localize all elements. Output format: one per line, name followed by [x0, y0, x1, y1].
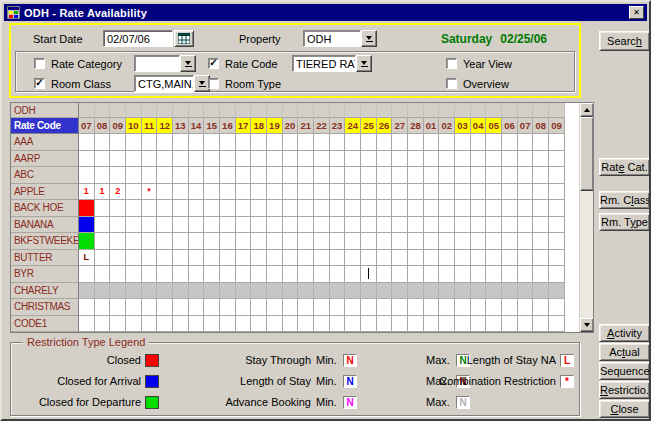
rate-code-row-label[interactable]: AARP — [11, 151, 79, 168]
dropdown-arrow-icon[interactable] — [361, 30, 377, 47]
grid-cell[interactable] — [157, 200, 173, 217]
grid-cell[interactable] — [95, 283, 111, 300]
grid-cell[interactable] — [314, 217, 330, 234]
grid-cell[interactable] — [142, 217, 158, 234]
grid-cell[interactable] — [486, 200, 502, 217]
grid-cell[interactable] — [142, 299, 158, 316]
grid-cell[interactable] — [236, 134, 252, 151]
grid-cell[interactable] — [486, 299, 502, 316]
grid-cell[interactable] — [267, 184, 283, 201]
grid-cell[interactable] — [471, 217, 487, 234]
grid-cell[interactable] — [549, 167, 565, 184]
grid-cell[interactable] — [220, 200, 236, 217]
grid-cell[interactable]: * — [142, 184, 158, 201]
grid-cell[interactable] — [204, 316, 220, 333]
grid-cell[interactable] — [361, 200, 377, 217]
grid-cell[interactable] — [157, 134, 173, 151]
grid-cell[interactable] — [251, 266, 267, 283]
grid-cell[interactable] — [126, 283, 142, 300]
grid-cell[interactable] — [377, 316, 393, 333]
grid-cell[interactable] — [267, 167, 283, 184]
grid-cell[interactable] — [283, 299, 299, 316]
vertical-scrollbar[interactable] — [579, 103, 593, 332]
rm-type-button[interactable]: Rm. Type — [599, 213, 650, 231]
grid-cell[interactable] — [361, 283, 377, 300]
date-column-header[interactable]: 07 — [79, 118, 95, 134]
grid-cell[interactable] — [424, 233, 440, 250]
grid-cell[interactable] — [455, 266, 471, 283]
grid-cell[interactable] — [330, 217, 346, 234]
grid-cell[interactable] — [439, 250, 455, 267]
grid-cell[interactable] — [220, 134, 236, 151]
rm-class-button[interactable]: Rm. Class — [599, 191, 650, 209]
grid-cell[interactable] — [502, 250, 518, 267]
date-column-header[interactable]: 10 — [126, 118, 142, 134]
grid-cell[interactable] — [220, 184, 236, 201]
date-column-header[interactable]: 11 — [142, 118, 158, 134]
grid-cell[interactable] — [236, 217, 252, 234]
date-column-header[interactable]: 09 — [549, 118, 565, 134]
grid-cell[interactable] — [189, 266, 205, 283]
grid-cell[interactable] — [173, 134, 189, 151]
grid-cell[interactable] — [439, 151, 455, 168]
grid-cell[interactable] — [79, 283, 95, 300]
grid-cell[interactable] — [251, 151, 267, 168]
grid-cell[interactable] — [361, 266, 377, 283]
grid-cell[interactable] — [361, 151, 377, 168]
grid-cell[interactable] — [251, 299, 267, 316]
grid-cell[interactable] — [439, 316, 455, 333]
date-column-header[interactable]: 27 — [392, 118, 408, 134]
grid-cell[interactable] — [251, 233, 267, 250]
grid-cell[interactable] — [220, 283, 236, 300]
grid-cell[interactable] — [424, 200, 440, 217]
rate-category-checkbox[interactable] — [34, 58, 45, 69]
grid-cell[interactable] — [471, 316, 487, 333]
dropdown-arrow-icon[interactable] — [180, 55, 196, 72]
grid-cell[interactable] — [392, 217, 408, 234]
grid-cell[interactable] — [267, 200, 283, 217]
grid-cell[interactable] — [283, 266, 299, 283]
grid-cell[interactable] — [173, 151, 189, 168]
grid-cell[interactable] — [455, 299, 471, 316]
grid-cell[interactable] — [518, 134, 534, 151]
grid-cell[interactable] — [79, 134, 95, 151]
grid-cell[interactable] — [502, 233, 518, 250]
grid-cell[interactable] — [518, 266, 534, 283]
grid-cell[interactable] — [314, 151, 330, 168]
grid-cell[interactable] — [283, 233, 299, 250]
grid-cell[interactable] — [220, 316, 236, 333]
grid-cell[interactable] — [345, 283, 361, 300]
grid-cell[interactable] — [157, 283, 173, 300]
rate-code-row-label[interactable]: BKFSTWEEKEND — [11, 233, 79, 250]
grid-cell[interactable] — [173, 299, 189, 316]
grid-cell[interactable] — [126, 233, 142, 250]
grid-cell[interactable] — [142, 233, 158, 250]
grid-cell[interactable] — [220, 217, 236, 234]
rate-code-row-label[interactable]: BUTTER — [11, 250, 79, 267]
grid-cell[interactable] — [173, 184, 189, 201]
grid-cell[interactable] — [283, 200, 299, 217]
grid-cell[interactable] — [142, 283, 158, 300]
grid-cell[interactable] — [518, 151, 534, 168]
date-column-header[interactable]: 20 — [283, 118, 299, 134]
grid-cell[interactable] — [314, 200, 330, 217]
grid-cell[interactable] — [392, 316, 408, 333]
room-class-combobox[interactable]: CTG,MAIN,E — [134, 75, 210, 92]
grid-cell[interactable] — [126, 151, 142, 168]
grid-cell[interactable] — [220, 250, 236, 267]
grid-cell[interactable] — [330, 134, 346, 151]
grid-cell[interactable] — [110, 250, 126, 267]
grid-cell[interactable] — [549, 299, 565, 316]
grid-cell[interactable] — [204, 200, 220, 217]
grid-cell[interactable] — [486, 316, 502, 333]
grid-cell[interactable] — [377, 134, 393, 151]
search-button[interactable]: Search — [599, 31, 650, 51]
grid-cell[interactable] — [95, 316, 111, 333]
grid-cell[interactable] — [549, 200, 565, 217]
grid-cell[interactable] — [330, 200, 346, 217]
rate-code-row-label[interactable]: BYR — [11, 266, 79, 283]
grid-cell[interactable] — [439, 283, 455, 300]
grid-cell[interactable] — [314, 316, 330, 333]
grid-cell[interactable] — [361, 217, 377, 234]
grid-cell[interactable] — [549, 316, 565, 333]
